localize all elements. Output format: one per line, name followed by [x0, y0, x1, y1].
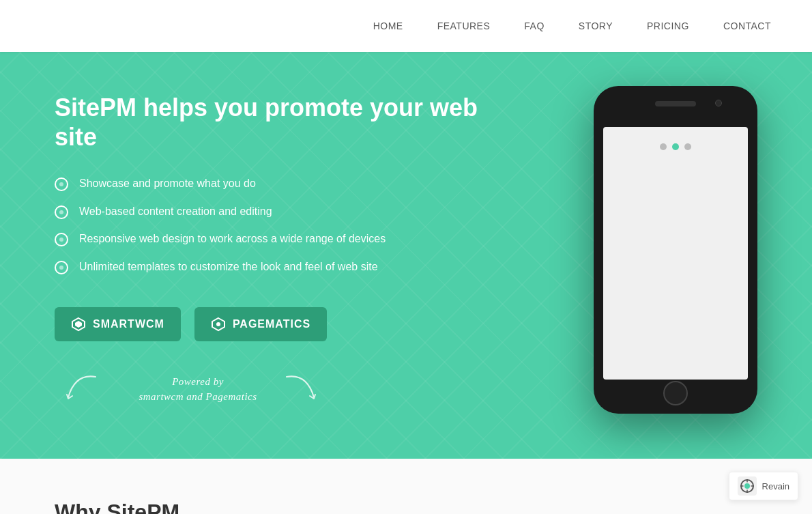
phone-screen-dots [660, 143, 691, 150]
feature-item-1: Showcase and promote what you do [55, 176, 519, 191]
nav-item-story[interactable]: STORY [579, 20, 613, 32]
hero-content: SitePM helps you promote your web site S… [55, 93, 519, 418]
nav-link-home[interactable]: HOME [373, 20, 403, 31]
feature-text-2: Web-based content creation and editing [79, 204, 272, 219]
hero-section: SitePM helps you promote your web site S… [0, 52, 812, 459]
navbar: HOME FEATURES FAQ STORY PRICING CONTACT [0, 0, 812, 52]
phone-screen [603, 127, 748, 380]
feature-list: Showcase and promote what you do Web-bas… [55, 176, 519, 274]
feature-text-3: Responsive web design to work across a w… [79, 231, 386, 246]
nav-link-contact[interactable]: CONTACT [723, 20, 771, 31]
nav-item-contact[interactable]: CONTACT [723, 20, 771, 32]
hero-title: SitePM helps you promote your web site [55, 93, 519, 152]
nav-item-pricing[interactable]: PRICING [647, 20, 689, 32]
pagematics-label: PAGEMATICS [233, 318, 310, 330]
powered-by-text: Powered by smartwcm and Pagematics [139, 374, 257, 405]
nav-item-features[interactable]: FEATURES [437, 20, 491, 32]
dot-2 [672, 143, 679, 150]
nav-link-pricing[interactable]: PRICING [647, 20, 689, 31]
feature-text-1: Showcase and promote what you do [79, 176, 256, 191]
feature-item-4: Unlimited templates to customize the loo… [55, 259, 519, 274]
bullet-icon-2 [55, 205, 68, 219]
nav-item-home[interactable]: HOME [373, 20, 403, 32]
nav-item-faq[interactable]: FAQ [524, 20, 545, 32]
why-title: Why SitePM [55, 500, 757, 514]
phone-mockup [594, 86, 757, 414]
phone-device [594, 86, 757, 414]
bullet-icon-3 [55, 233, 68, 246]
dot-1 [660, 143, 667, 150]
nav-link-features[interactable]: FEATURES [437, 20, 491, 31]
powered-by-area: Powered by smartwcm and Pagematics [55, 363, 341, 418]
arrow-right-icon [280, 370, 321, 409]
feature-text-4: Unlimited templates to customize the loo… [79, 259, 378, 274]
phone-home-button [663, 381, 688, 405]
phone-camera [715, 100, 722, 106]
svg-point-6 [744, 483, 750, 489]
revain-label: Revain [762, 481, 789, 491]
dot-3 [684, 143, 691, 150]
svg-marker-1 [75, 321, 82, 328]
smartwcm-label: SMARTWCM [93, 318, 164, 330]
phone-speaker [655, 101, 696, 106]
arrow-left-icon [61, 370, 102, 409]
cta-button-row: SMARTWCM PAGEMATICS [55, 307, 519, 341]
bullet-icon-1 [55, 177, 68, 191]
nav-link-faq[interactable]: FAQ [524, 20, 545, 31]
nav-links: HOME FEATURES FAQ STORY PRICING CONTACT [373, 20, 771, 32]
why-section: Why SitePM [0, 459, 812, 514]
feature-item-3: Responsive web design to work across a w… [55, 231, 519, 246]
revain-icon [738, 476, 757, 496]
bullet-icon-4 [55, 261, 68, 274]
pagematics-icon [211, 317, 226, 332]
feature-item-2: Web-based content creation and editing [55, 204, 519, 219]
nav-link-story[interactable]: STORY [579, 20, 613, 31]
smartwcm-icon [71, 317, 86, 332]
pagematics-button[interactable]: PAGEMATICS [194, 307, 327, 341]
svg-point-3 [216, 322, 220, 326]
revain-badge: Revain [729, 472, 798, 500]
smartwcm-button[interactable]: SMARTWCM [55, 307, 181, 341]
